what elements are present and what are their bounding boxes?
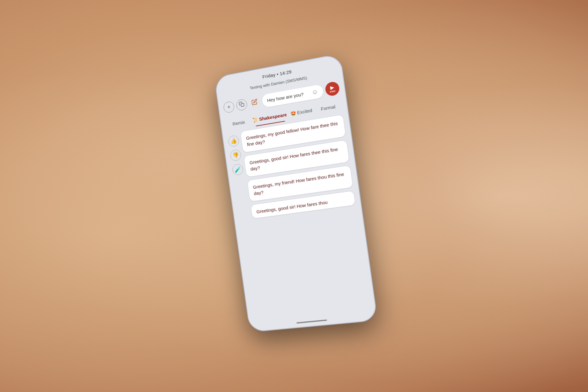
- phone-device: Friday • 14:29 Texting with Damien (SMS/…: [214, 53, 378, 332]
- tab-remix-label: Remix: [232, 119, 245, 126]
- phone-wrapper: Friday • 14:29 Texting with Damien (SMS/…: [214, 53, 378, 332]
- suggestion-text-3: Greetings, my friend! How fares thou thi…: [253, 172, 345, 196]
- excited-emoji: 🤩: [290, 110, 296, 116]
- shakespeare-emoji: 📜: [252, 117, 259, 123]
- thumbs-up-button[interactable]: 👍: [228, 135, 240, 147]
- pencil-icon: [251, 98, 258, 107]
- emoji-button[interactable]: ☺: [311, 88, 318, 96]
- svg-rect-0: [241, 103, 244, 106]
- send-button[interactable]: ▶ SMS: [325, 81, 340, 97]
- phone-screen: Friday • 14:29 Texting with Damien (SMS/…: [215, 54, 377, 332]
- add-button[interactable]: +: [223, 101, 235, 113]
- tab-formal-label: Formal: [320, 104, 336, 111]
- suggestion-text-2: Greetings, good sir! How fares thee this…: [249, 146, 338, 172]
- thumbs-down-icon: 👎: [232, 152, 239, 159]
- copy-icon: [239, 101, 245, 109]
- message-input-text: Hey how are you?: [267, 90, 310, 103]
- home-bar: [296, 319, 327, 323]
- add-icon: +: [227, 104, 231, 111]
- lab-icon: 🧪: [234, 166, 241, 174]
- thumbs-up-icon: 👍: [230, 137, 237, 145]
- copy-button[interactable]: [236, 99, 248, 111]
- suggestions-area: 👍 👎 🧪 Greetings, my good fellow! How far…: [222, 111, 376, 323]
- thumbs-down-button[interactable]: 👎: [230, 149, 242, 161]
- send-label: SMS: [330, 89, 336, 93]
- lab-button[interactable]: 🧪: [232, 164, 244, 176]
- pencil-button[interactable]: [249, 96, 261, 109]
- tab-shakespeare-label: Shakespeare: [259, 112, 287, 122]
- tab-excited-label: Excited: [297, 107, 312, 115]
- suggestion-text-4: Greetings, good sir! How fares thou: [256, 199, 328, 214]
